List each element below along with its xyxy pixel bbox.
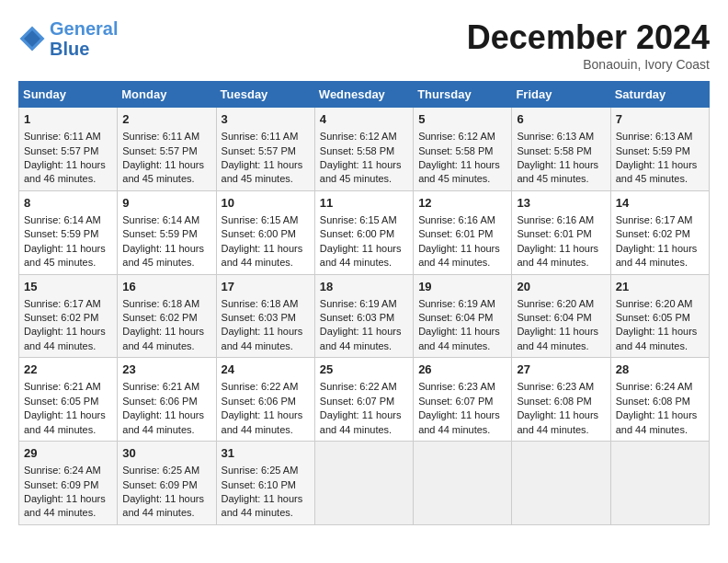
day-info: Sunset: 5:58 PM xyxy=(418,144,506,158)
day-info: Sunrise: 6:23 AM xyxy=(418,380,506,394)
day-info: and 45 minutes. xyxy=(320,172,408,186)
day-info: Sunset: 6:09 PM xyxy=(24,478,112,492)
day-number: 1 xyxy=(24,111,112,128)
day-info: and 44 minutes. xyxy=(517,339,605,353)
day-info: Sunset: 6:10 PM xyxy=(222,478,310,492)
day-info: and 44 minutes. xyxy=(418,256,506,270)
day-info: Sunrise: 6:11 AM xyxy=(122,130,210,144)
calendar-cell: 19Sunrise: 6:19 AMSunset: 6:04 PMDayligh… xyxy=(414,274,512,358)
calendar-cell: 6Sunrise: 6:13 AMSunset: 5:58 PMDaylight… xyxy=(512,108,610,191)
page-header: General Blue December 2024 Bonaouin, Ivo… xyxy=(18,18,710,72)
day-info: Sunset: 6:05 PM xyxy=(24,395,112,408)
day-info: Sunset: 6:08 PM xyxy=(517,395,605,408)
day-number: 15 xyxy=(24,279,112,295)
day-info: Sunrise: 6:20 AM xyxy=(616,297,704,311)
day-info: Sunset: 6:06 PM xyxy=(222,395,310,408)
day-info: Sunrise: 6:16 AM xyxy=(418,213,506,227)
calendar-week-row: 22Sunrise: 6:21 AMSunset: 6:05 PMDayligh… xyxy=(19,358,710,442)
day-info: and 44 minutes. xyxy=(24,339,112,353)
day-info: Daylight: 11 hours xyxy=(24,158,112,172)
day-info: Sunset: 6:09 PM xyxy=(122,478,210,492)
day-number: 29 xyxy=(24,445,112,462)
day-info: Daylight: 11 hours xyxy=(320,158,408,172)
day-number: 25 xyxy=(320,362,408,378)
day-info: Sunset: 6:01 PM xyxy=(418,227,506,241)
calendar-cell: 30Sunrise: 6:25 AMSunset: 6:09 PMDayligh… xyxy=(118,442,216,525)
day-info: Sunset: 6:00 PM xyxy=(222,227,310,241)
day-info: Sunrise: 6:19 AM xyxy=(320,297,408,311)
day-header: Saturday xyxy=(610,82,709,108)
day-info: Sunset: 5:59 PM xyxy=(24,227,112,241)
day-info: and 44 minutes. xyxy=(222,423,310,437)
day-number: 31 xyxy=(222,445,310,462)
day-info: and 45 minutes. xyxy=(24,256,112,270)
day-number: 21 xyxy=(616,279,704,295)
calendar-cell xyxy=(314,442,413,525)
calendar-cell: 5Sunrise: 6:12 AMSunset: 5:58 PMDaylight… xyxy=(414,108,512,191)
day-info: and 44 minutes. xyxy=(122,423,210,437)
day-info: Sunset: 6:04 PM xyxy=(517,311,605,325)
calendar-cell: 25Sunrise: 6:22 AMSunset: 6:07 PMDayligh… xyxy=(314,358,413,442)
day-info: Daylight: 11 hours xyxy=(616,158,704,172)
day-number: 5 xyxy=(418,111,506,128)
day-info: Daylight: 11 hours xyxy=(517,242,605,256)
calendar-cell: 27Sunrise: 6:23 AMSunset: 6:08 PMDayligh… xyxy=(512,358,610,442)
day-info: Daylight: 11 hours xyxy=(616,325,704,339)
day-info: Sunset: 6:03 PM xyxy=(222,311,310,325)
day-header: Tuesday xyxy=(216,82,314,108)
month-title: December 2024 xyxy=(467,18,710,57)
day-info: Sunset: 6:08 PM xyxy=(616,395,704,408)
day-number: 20 xyxy=(517,279,605,295)
day-info: Sunrise: 6:25 AM xyxy=(122,464,210,477)
day-info: Daylight: 11 hours xyxy=(517,408,605,422)
day-info: Daylight: 11 hours xyxy=(222,158,310,172)
day-info: and 44 minutes. xyxy=(616,256,704,270)
calendar-cell: 1Sunrise: 6:11 AMSunset: 5:57 PMDaylight… xyxy=(19,108,118,191)
day-info: and 44 minutes. xyxy=(418,423,506,437)
day-info: Daylight: 11 hours xyxy=(418,242,506,256)
day-info: and 44 minutes. xyxy=(616,423,704,437)
day-number: 6 xyxy=(517,111,605,128)
day-info: and 46 minutes. xyxy=(24,172,112,186)
day-info: Sunset: 5:57 PM xyxy=(24,144,112,158)
day-info: Daylight: 11 hours xyxy=(320,408,408,422)
day-info: Sunrise: 6:24 AM xyxy=(616,380,704,394)
day-info: and 45 minutes. xyxy=(122,172,210,186)
day-number: 3 xyxy=(222,111,310,128)
calendar-cell: 18Sunrise: 6:19 AMSunset: 6:03 PMDayligh… xyxy=(314,274,413,358)
day-info: Sunset: 6:02 PM xyxy=(24,311,112,325)
day-number: 9 xyxy=(122,195,210,212)
day-info: Sunrise: 6:12 AM xyxy=(320,130,408,144)
day-info: Daylight: 11 hours xyxy=(24,492,112,506)
day-number: 2 xyxy=(122,111,210,128)
calendar-cell: 3Sunrise: 6:11 AMSunset: 5:57 PMDaylight… xyxy=(216,108,314,191)
calendar-cell: 29Sunrise: 6:24 AMSunset: 6:09 PMDayligh… xyxy=(19,442,118,525)
calendar-cell: 10Sunrise: 6:15 AMSunset: 6:00 PMDayligh… xyxy=(216,190,314,274)
calendar-cell: 20Sunrise: 6:20 AMSunset: 6:04 PMDayligh… xyxy=(512,274,610,358)
day-info: and 44 minutes. xyxy=(616,339,704,353)
day-info: Sunrise: 6:11 AM xyxy=(24,130,112,144)
day-number: 27 xyxy=(517,362,605,378)
day-info: Sunset: 6:00 PM xyxy=(320,227,408,241)
calendar-cell: 7Sunrise: 6:13 AMSunset: 5:59 PMDaylight… xyxy=(610,108,709,191)
day-number: 24 xyxy=(222,362,310,378)
day-info: and 44 minutes. xyxy=(418,339,506,353)
day-number: 28 xyxy=(616,362,704,378)
day-info: and 44 minutes. xyxy=(222,339,310,353)
day-info: and 45 minutes. xyxy=(616,172,704,186)
day-info: Sunrise: 6:25 AM xyxy=(222,464,310,477)
calendar-cell: 26Sunrise: 6:23 AMSunset: 6:07 PMDayligh… xyxy=(414,358,512,442)
calendar-table: SundayMondayTuesdayWednesdayThursdayFrid… xyxy=(18,81,710,525)
calendar-cell: 11Sunrise: 6:15 AMSunset: 6:00 PMDayligh… xyxy=(314,190,413,274)
calendar-cell xyxy=(512,442,610,525)
day-number: 11 xyxy=(320,195,408,212)
calendar-cell: 21Sunrise: 6:20 AMSunset: 6:05 PMDayligh… xyxy=(610,274,709,358)
day-info: and 45 minutes. xyxy=(222,172,310,186)
day-info: Sunset: 5:57 PM xyxy=(222,144,310,158)
day-info: Sunrise: 6:13 AM xyxy=(616,130,704,144)
day-info: Sunset: 6:07 PM xyxy=(418,395,506,408)
day-number: 26 xyxy=(418,362,506,378)
logo-icon xyxy=(18,25,46,52)
calendar-cell: 2Sunrise: 6:11 AMSunset: 5:57 PMDaylight… xyxy=(118,108,216,191)
calendar-cell: 28Sunrise: 6:24 AMSunset: 6:08 PMDayligh… xyxy=(610,358,709,442)
